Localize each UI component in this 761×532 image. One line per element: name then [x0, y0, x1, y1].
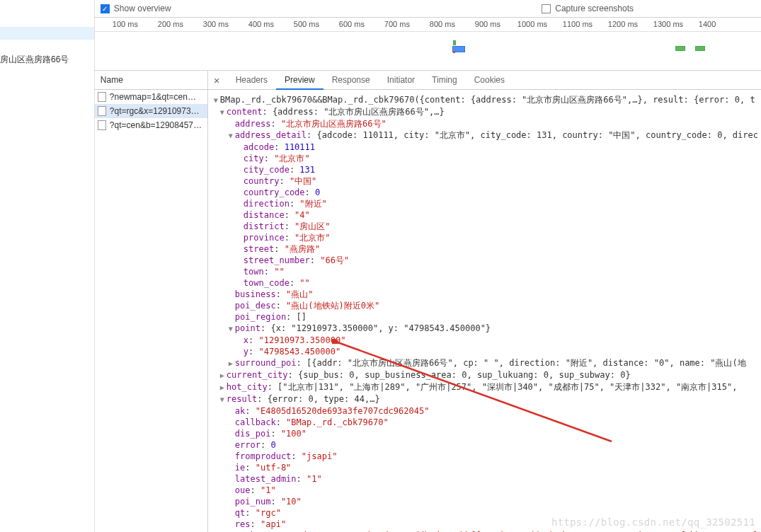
- request-row[interactable]: ?qt=cen&b=12908457…: [95, 118, 207, 132]
- show-overview-label: Show overview: [114, 4, 171, 13]
- show-overview-toggle[interactable]: ✓ Show overview: [101, 4, 171, 13]
- tab-cookies[interactable]: Cookies: [466, 71, 513, 90]
- capture-screenshots-label: Capture screenshots: [555, 4, 634, 13]
- timeline-tick: 900 ms: [475, 20, 500, 28]
- name-column-header[interactable]: Name: [95, 71, 207, 90]
- request-name: ?newmap=1&qt=cen…: [110, 92, 196, 102]
- timeline-tick: 1300 ms: [653, 20, 683, 28]
- watermark-text: https://blog.csdn.net/qq_32502511: [551, 516, 755, 528]
- timeline-tick: 1200 ms: [608, 20, 638, 28]
- timeline-tick: 500 ms: [294, 20, 319, 28]
- response-preview[interactable]: ▼BMap._rd._cbk79670&&BMap._rd._cbk79670(…: [208, 90, 761, 532]
- timeline-request-bar[interactable]: [675, 46, 685, 51]
- close-icon[interactable]: ×: [212, 74, 227, 86]
- tab-preview[interactable]: Preview: [276, 71, 324, 90]
- request-name: ?qt=rgc&x=12910973…: [110, 106, 200, 116]
- file-icon: [98, 92, 106, 102]
- detail-tabs: × Headers Preview Response Initiator Tim…: [208, 71, 761, 90]
- webpage-highlight: [0, 27, 94, 40]
- webpage-preview-pane: 房山区燕房路66号: [0, 0, 95, 532]
- timeline-tick: 800 ms: [430, 20, 455, 28]
- timeline-tick: 1400: [699, 20, 716, 28]
- request-list: ?newmap=1&qt=cen… ?qt=rgc&x=12910973… ?q…: [95, 90, 207, 532]
- tab-headers[interactable]: Headers: [227, 71, 276, 90]
- timeline-tick: 200 ms: [158, 20, 183, 28]
- timeline-request-bar[interactable]: [453, 51, 455, 53]
- timeline-tick: 100 ms: [113, 20, 138, 28]
- timeline-request-bar[interactable]: [453, 40, 456, 45]
- network-timeline[interactable]: 100 ms 200 ms 300 ms 400 ms 500 ms 600 m…: [95, 18, 761, 71]
- timeline-tick: 600 ms: [339, 20, 365, 28]
- request-row[interactable]: ?qt=rgc&x=12910973…: [95, 104, 207, 118]
- timeline-tick: 300 ms: [203, 20, 229, 28]
- capture-screenshots-toggle[interactable]: Capture screenshots: [542, 4, 634, 13]
- request-row[interactable]: ?newmap=1&qt=cen…: [95, 90, 207, 104]
- recording-settings-bar: ✓ Show overview Capture screenshots: [95, 0, 761, 18]
- tab-initiator[interactable]: Initiator: [379, 71, 423, 90]
- tab-timing[interactable]: Timing: [423, 71, 466, 90]
- timeline-tick: 700 ms: [384, 20, 410, 28]
- file-icon: [98, 106, 106, 116]
- file-icon: [98, 120, 106, 130]
- tab-response[interactable]: Response: [324, 71, 379, 90]
- timeline-tick: 1100 ms: [563, 20, 593, 28]
- checkbox-icon: ✓: [101, 4, 110, 13]
- timeline-request-bar[interactable]: [695, 46, 705, 51]
- timeline-tick: 1000 ms: [517, 20, 547, 28]
- webpage-address-text: 房山区燕房路66号: [0, 54, 69, 66]
- request-name: ?qt=cen&b=12908457…: [110, 120, 202, 130]
- timeline-tick: 400 ms: [248, 20, 274, 28]
- checkbox-icon: [542, 4, 551, 13]
